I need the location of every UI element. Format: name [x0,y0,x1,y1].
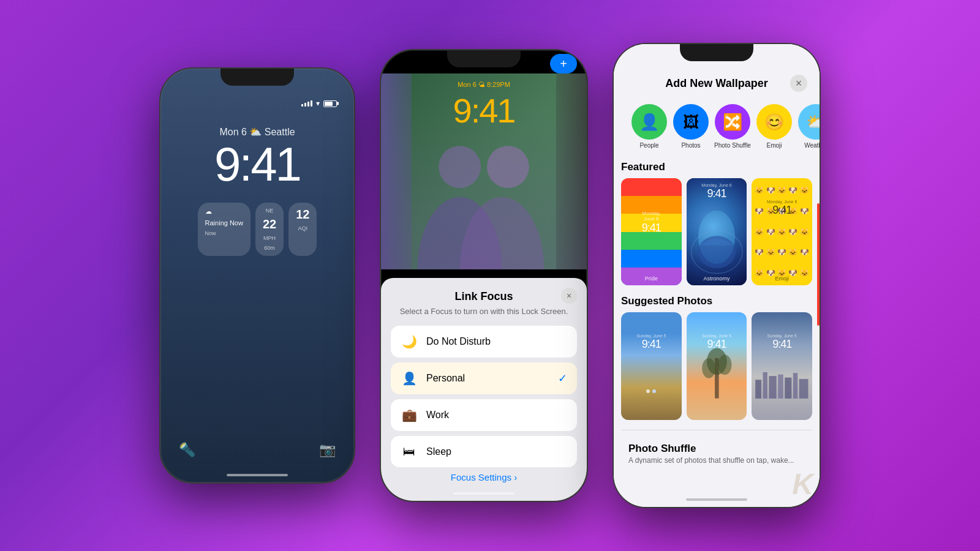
astronomy-wallpaper[interactable]: Monday, June 6 9:41 Astronomy [687,178,747,285]
photo-people [381,113,587,269]
photos-label: Photos [681,142,700,149]
focus-settings-link[interactable]: Focus Settings › [391,472,577,482]
suggested-photos-title: Suggested Photos [621,295,812,307]
people-icon-circle: 👤 [631,104,667,140]
photos-icon-circle: 🖼 [673,104,709,140]
people-type[interactable]: 👤 People [631,104,668,149]
wallpaper-title: Add New Wallpaper [643,77,790,90]
photoshuffle-emoji-icon: 🔀 [723,113,742,132]
photo-shuffle-description: A dynamic set of photos that shuffle on … [628,456,805,464]
photos-type[interactable]: 🖼 Photos [673,104,709,149]
focus-work-label: Work [426,410,567,421]
camera-icon[interactable]: 📷 [319,442,336,458]
phone1-lock-screen: ▾ Mon 6 ⛅ Seattle 9:41 ☁ Raining Now Now… [159,67,355,484]
person-icon: 👤 [401,371,418,386]
scroll-indicator [817,203,820,326]
emoji-label: Emoji [766,142,782,149]
photo-shuffle-title: Photo Shuffle [628,443,805,455]
home-indicator-2 [453,492,514,495]
lock-screen-date: Mon 6 ⛅ Seattle [173,126,342,138]
photoshuffle-type[interactable]: 🔀 Photo Shuffle [714,104,751,149]
lock-screen-time: 9:41 [173,140,342,188]
phone1-screen-content: ▾ Mon 6 ⛅ Seattle 9:41 ☁ Raining Now Now… [160,69,354,482]
svg-point-9 [718,354,731,375]
photo-shuffle-section: Photo Shuffle A dynamic set of photos th… [621,438,812,464]
photo-preview: Mon 6 🌤 8:29PM 9:41 [381,73,587,269]
suggested-photos-grid: Sunday, June 5 9:41 Sunday, June 5 9:41 [621,312,812,419]
phone2-screen-content: PHOTO + Mon 6 🌤 8:29PM 9:41 × Link [381,50,587,501]
link-focus-title: Link Focus [391,290,577,303]
phone3-wallpaper-screen: Add New Wallpaper × 👤 People 🖼 [612,43,821,508]
focus-work[interactable]: 💼 Work [391,399,577,431]
wallpaper-scroll-area[interactable]: 👤 People 🖼 Photos 🔀 Phot [614,99,820,464]
weather-label: Weather [804,142,820,149]
battery-icon [323,100,337,107]
svg-point-8 [702,358,715,378]
close-button[interactable]: × [790,75,807,92]
photos-emoji-icon: 🖼 [683,113,699,132]
svg-rect-15 [793,373,797,399]
home-indicator [227,474,288,476]
home-indicator-3 [686,498,747,501]
aqi-value: 12 [296,208,309,222]
photo-top-bar: PHOTO + [381,50,587,73]
photo-date: Mon 6 🌤 8:29PM [458,81,510,88]
people-label: People [639,142,658,149]
pride-wallpaper[interactable]: Monday, June 6 9:41 Pride [621,178,682,285]
focus-sleep[interactable]: 🛏 Sleep [391,436,577,467]
add-button[interactable]: + [550,54,577,73]
photoshuffle-icon-circle: 🔀 [715,104,750,140]
wind-unit: MPH [263,235,276,241]
watermark: K [792,467,813,501]
emoji-wallpaper[interactable]: 🐱🐶🐱🐶🐱 🐶🐱🐶🐱🐶 🐱🐶🐱🐶🐱 🐶🐱🐶🐱🐶 🐱🐶🐱🐶🐱 Monday, Ju… [752,178,812,285]
suggested-photo-2[interactable]: Sunday, June 5 9:41 [687,312,747,419]
phone3-screen-content: Add New Wallpaper × 👤 People 🖼 [614,44,820,507]
checkmark-icon: ✓ [558,372,567,385]
now-label: Now [205,230,216,236]
wind-widget: NE 22 MPH 60m [255,203,284,256]
people-emoji-icon: 👤 [639,113,659,132]
phone2-photo-screen: PHOTO + Mon 6 🌤 8:29PM 9:41 × Link [380,49,588,502]
astronomy-label: Astronomy [703,276,729,282]
flashlight-icon[interactable]: 🔦 [179,442,195,458]
emoji-emoji-icon: 😊 [764,113,784,132]
rain-widget: ☁ Raining Now Now [198,203,251,256]
pride-label: Pride [645,276,658,282]
svg-point-2 [439,146,481,188]
sp1-icons [646,389,656,393]
photoshuffle-label: Photo Shuffle [714,142,751,149]
emoji-icon-circle: 😊 [756,104,792,140]
weather-type[interactable]: ⛅ Weather [797,104,820,149]
focus-do-not-disturb-label: Do Not Disturb [426,336,567,347]
briefcase-icon: 💼 [401,408,418,422]
wifi-icon: ▾ [316,99,320,108]
wallpaper-type-icons: 👤 People 🖼 Photos 🔀 Phot [621,99,812,154]
photo-time: 9:41 [453,91,515,130]
focus-personal[interactable]: 👤 Personal ✓ [391,362,577,394]
weather-widget-row: ☁ Raining Now Now NE 22 MPH 60m 12 AQI [173,203,342,256]
rain-icon: ☁ [205,208,212,216]
wind-time: 60m [264,245,275,251]
suggested-photo-1[interactable]: Sunday, June 5 9:41 [621,312,682,419]
link-focus-sheet: × Link Focus Select a Focus to turn on w… [381,278,587,501]
focus-do-not-disturb[interactable]: 🌙 Do Not Disturb [391,326,577,358]
svg-point-3 [487,146,529,188]
section-divider [621,430,812,430]
link-focus-subtitle: Select a Focus to turn on with this Lock… [391,307,577,316]
rain-label: Raining Now [205,219,243,227]
photo-header-label: PHOTO [467,59,501,69]
sheet-close-button[interactable]: × [561,288,577,304]
moon-icon: 🌙 [401,334,418,349]
wallpaper-header: Add New Wallpaper × [614,44,820,99]
weather-icon-circle: ⛅ [798,104,820,140]
phone3-inner: Add New Wallpaper × 👤 People 🖼 [614,44,820,507]
emoji-type[interactable]: 😊 Emoji [756,104,793,149]
svg-rect-10 [755,380,761,399]
suggested-photo-3[interactable]: Sunday, June 5 9:41 [752,312,812,419]
focus-sleep-label: Sleep [426,446,567,457]
signal-icon [301,100,312,107]
bed-icon: 🛏 [401,444,418,459]
featured-grid: Monday, June 6 9:41 Pride [621,178,812,285]
aqi-label: AQI [298,225,308,231]
lock-screen-bottom-icons: 🔦 📷 [160,442,354,458]
